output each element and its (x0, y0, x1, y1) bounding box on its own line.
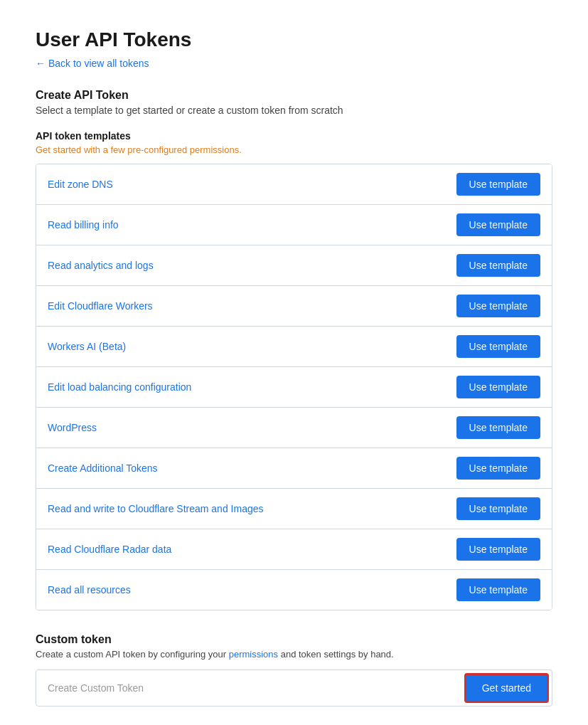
table-row: Read all resourcesUse template (36, 570, 552, 610)
table-row: Read and write to Cloudflare Stream and … (36, 489, 552, 529)
templates-label: API token templates (36, 130, 552, 142)
use-template-button[interactable]: Use template (456, 497, 540, 520)
use-template-button[interactable]: Use template (456, 538, 540, 561)
template-name: Read all resources (48, 584, 131, 596)
get-started-button[interactable]: Get started (464, 673, 549, 703)
table-row: WordPressUse template (36, 408, 552, 448)
create-section: Create API Token Select a template to ge… (36, 89, 552, 116)
use-template-button[interactable]: Use template (456, 416, 540, 439)
use-template-button[interactable]: Use template (456, 335, 540, 358)
template-name: Read and write to Cloudflare Stream and … (48, 503, 264, 514)
custom-section-title: Custom token (36, 633, 552, 646)
page-title: User API Tokens (36, 28, 552, 51)
use-template-button[interactable]: Use template (456, 295, 540, 317)
table-row: Workers AI (Beta)Use template (36, 327, 552, 367)
template-name: Edit load balancing configuration (48, 381, 191, 393)
use-template-button[interactable]: Use template (456, 376, 540, 398)
templates-desc: Get started with a few pre-configured pe… (36, 144, 552, 155)
custom-token-placeholder: Create Custom Token (36, 672, 461, 704)
use-template-button[interactable]: Use template (456, 173, 540, 196)
back-link[interactable]: ← Back to view all tokens (36, 58, 149, 69)
custom-token-row: Create Custom Token Get started (36, 670, 552, 707)
table-row: Read billing infoUse template (36, 205, 552, 245)
use-template-button[interactable]: Use template (456, 578, 540, 601)
template-name: Read Cloudflare Radar data (48, 544, 171, 555)
create-section-subtitle: Select a template to get started or crea… (36, 105, 552, 116)
table-row: Read analytics and logsUse template (36, 245, 552, 286)
use-template-button[interactable]: Use template (456, 254, 540, 277)
template-name: Workers AI (Beta) (48, 341, 126, 352)
custom-section: Custom token Create a custom API token b… (36, 633, 552, 707)
table-row: Edit zone DNSUse template (36, 164, 552, 205)
use-template-button[interactable]: Use template (456, 213, 540, 236)
template-name: Read billing info (48, 219, 119, 231)
template-name: WordPress (48, 422, 97, 433)
templates-table: Edit zone DNSUse templateRead billing in… (36, 164, 552, 610)
table-row: Edit Cloudflare WorkersUse template (36, 286, 552, 327)
template-name: Read analytics and logs (48, 260, 154, 271)
use-template-button[interactable]: Use template (456, 457, 540, 480)
table-row: Read Cloudflare Radar dataUse template (36, 529, 552, 570)
templates-section: API token templates Get started with a f… (36, 130, 552, 610)
table-row: Edit load balancing configurationUse tem… (36, 367, 552, 408)
custom-section-desc: Create a custom API token by configuring… (36, 649, 552, 660)
create-section-title: Create API Token (36, 89, 552, 102)
template-name: Edit Cloudflare Workers (48, 300, 153, 312)
template-name: Create Additional Tokens (48, 462, 158, 474)
template-name: Edit zone DNS (48, 179, 113, 190)
table-row: Create Additional TokensUse template (36, 448, 552, 489)
